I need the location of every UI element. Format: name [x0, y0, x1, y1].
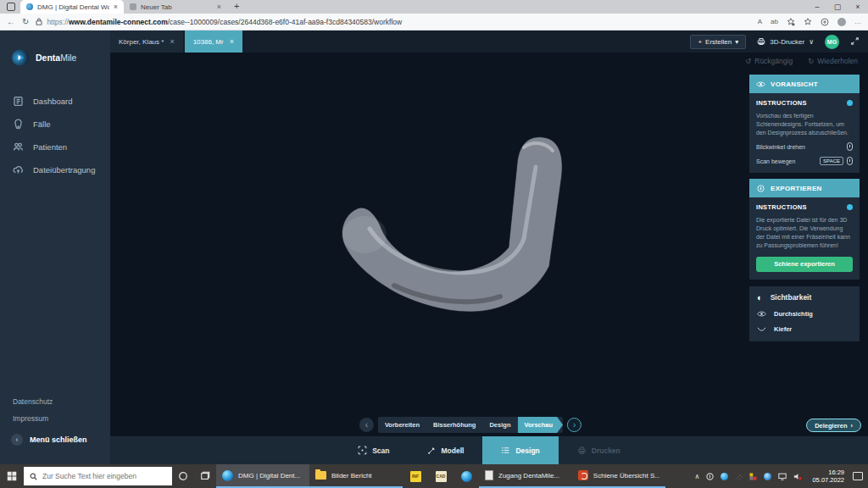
- pinned-app-cad[interactable]: CAD: [428, 464, 453, 488]
- mode-modell-button[interactable]: Modell: [409, 436, 483, 464]
- favorites-settings-icon[interactable]: [787, 18, 795, 26]
- case-tab-koerper[interactable]: Körper, Klaus * ×: [110, 30, 183, 53]
- instructions-toggle[interactable]: [847, 204, 853, 210]
- instructions-toggle[interactable]: [847, 100, 853, 106]
- step-vorbereiten[interactable]: Vorbereiten: [378, 417, 426, 433]
- immersive-reader-icon[interactable]: ab: [771, 18, 778, 25]
- windows-logo-icon: [7, 471, 17, 481]
- windows-taskbar: DMG | Digital Dent... Bilder Bericht INF…: [0, 464, 868, 488]
- printer-dropdown[interactable]: 3D-Drucker ∨: [757, 37, 814, 46]
- model-pen-icon: [427, 446, 437, 455]
- edge-icon: [222, 470, 233, 481]
- design-list-icon: [501, 446, 510, 455]
- display-tray-icon[interactable]: [778, 473, 787, 480]
- export-panel-header[interactable]: EXPORTIEREN: [749, 179, 860, 197]
- sidebar: DentaMile Dashboard Fälle Patienten Dat: [0, 30, 110, 464]
- maximize-button[interactable]: ▢: [827, 0, 848, 14]
- mode-drucken-button[interactable]: Drucken: [559, 436, 639, 464]
- taskbar-search[interactable]: [24, 467, 172, 485]
- case-tab-close-icon[interactable]: ×: [230, 37, 234, 46]
- sidebar-item-patienten[interactable]: Patienten: [0, 136, 110, 158]
- visibility-icon: ◐: [757, 293, 763, 302]
- redo-button[interactable]: ↻Wiederholen: [808, 57, 858, 65]
- visibility-item-transparent[interactable]: Durchsichtig: [757, 310, 852, 318]
- taskbar-app-bilder-bericht[interactable]: Bilder Bericht: [309, 464, 403, 488]
- step-vorschau[interactable]: Vorschau: [517, 417, 563, 433]
- browser-ball-icon: [461, 471, 472, 482]
- impressum-link[interactable]: Impressum: [0, 410, 110, 427]
- favorites-star-icon[interactable]: [804, 18, 812, 26]
- workspace-icon[interactable]: [7, 3, 15, 11]
- instructions-label: INSTRUCTIONS: [756, 99, 807, 107]
- action-center-icon[interactable]: [853, 472, 863, 480]
- step-prev-button[interactable]: ‹: [359, 418, 374, 432]
- jaw-arch-icon: [757, 325, 766, 333]
- clock-date: 05.07.2022: [812, 476, 844, 484]
- chevron-left-icon: ‹: [11, 434, 23, 446]
- fullscreen-icon[interactable]: [850, 34, 860, 49]
- export-splint-button[interactable]: Schiene exportieren: [756, 257, 853, 272]
- undo-button[interactable]: ↺Rückgängig: [745, 57, 793, 65]
- export-instructions-text: Die exportierte Datei ist für den 3D Dru…: [756, 216, 853, 249]
- datenschutz-link[interactable]: Datenschutz: [0, 393, 110, 410]
- hint-rotate-label: Blickwinkel drehen: [756, 144, 805, 150]
- preview-panel-header[interactable]: VORANSICHT: [749, 75, 860, 93]
- space-key-badge: SPACE: [820, 157, 843, 165]
- mode-scan-button[interactable]: Scan: [339, 436, 408, 464]
- close-menu-button[interactable]: ‹ Menü schließen: [0, 427, 110, 446]
- case-tabbar: Körper, Klaus * × 10386, Mr × +Erstellen…: [110, 30, 868, 53]
- browser-profile-avatar[interactable]: [837, 18, 846, 26]
- pinned-app-browser[interactable]: [453, 464, 479, 488]
- close-window-button[interactable]: ×: [848, 0, 868, 14]
- pinned-app-inf[interactable]: INF: [403, 464, 428, 488]
- network-globe-icon[interactable]: [764, 473, 771, 480]
- pen-tray-icon[interactable]: [735, 473, 743, 480]
- sidebar-item-dashboard[interactable]: Dashboard: [0, 90, 110, 113]
- create-button[interactable]: +Erstellen▾: [690, 35, 746, 49]
- tab-close-icon[interactable]: ×: [114, 3, 118, 11]
- search-input[interactable]: [42, 472, 166, 480]
- read-aloud-icon[interactable]: A: [758, 18, 762, 25]
- security-tray-icon[interactable]: [749, 473, 757, 480]
- taskbar-clock[interactable]: 16:29 05.07.2022: [809, 469, 844, 485]
- taskbar-app-dmg[interactable]: DMG | Digital Dent...: [216, 464, 309, 488]
- case-tab-label: Körper, Klaus *: [119, 38, 164, 46]
- reload-button[interactable]: ↻: [22, 17, 29, 26]
- dental-scan-model[interactable]: [314, 120, 619, 341]
- step-bisserhoehung[interactable]: Bisserhöhung: [426, 417, 482, 433]
- start-button[interactable]: [0, 464, 24, 488]
- delegate-button[interactable]: Delegieren ›: [806, 419, 861, 432]
- visibility-item-jaw[interactable]: Kiefer: [757, 325, 852, 333]
- mouse-icon: [847, 142, 853, 151]
- close-menu-label: Menü schließen: [30, 435, 87, 444]
- minimize-button[interactable]: –: [807, 0, 827, 14]
- sidebar-item-faelle[interactable]: Fälle: [0, 113, 110, 136]
- collections-icon[interactable]: [821, 18, 829, 26]
- user-avatar[interactable]: MG: [825, 35, 839, 49]
- chevron-down-icon: ∨: [809, 38, 814, 46]
- taskbar-app-zugang[interactable]: Zugang DentaMile...: [479, 464, 572, 488]
- url-field[interactable]: https://www.dentamile-connect.com/case--…: [36, 18, 750, 26]
- settings-ellipsis-icon[interactable]: …: [854, 18, 861, 25]
- step-next-button[interactable]: ›: [567, 418, 581, 432]
- tab-close-icon[interactable]: ×: [217, 3, 221, 11]
- task-view-button[interactable]: [194, 464, 216, 488]
- sidebar-item-label: Patienten: [33, 142, 67, 152]
- edge-tray-icon[interactable]: [721, 473, 728, 480]
- browser-tab-newtab[interactable]: Neuer Tab ×: [124, 0, 227, 14]
- browser-tab-active[interactable]: DMG | Digital Dental Workflow P ×: [20, 0, 124, 14]
- mode-design-button[interactable]: Design: [482, 436, 558, 464]
- case-tab-10386[interactable]: 10386, Mr ×: [185, 30, 242, 53]
- hidden-icons-chevron[interactable]: ∧: [695, 473, 700, 480]
- cortana-button[interactable]: [172, 464, 194, 488]
- sidebar-item-dateiuebertragung[interactable]: Dateiübertragung: [0, 158, 110, 181]
- taskbar-app-schiene[interactable]: Schiene Übersicht S...: [572, 464, 665, 488]
- volume-muted-icon[interactable]: [793, 473, 802, 480]
- case-tab-close-icon[interactable]: ×: [170, 37, 174, 46]
- back-button[interactable]: ←: [7, 17, 15, 26]
- step-design[interactable]: Design: [482, 417, 517, 433]
- onedrive-icon[interactable]: [706, 473, 714, 480]
- 3d-viewport[interactable]: ↺Rückgängig ↻Wiederholen VORANSICHT: [110, 53, 868, 464]
- visibility-panel: ◐ Sichtbarkeit Durchsichtig Kiefer: [749, 286, 860, 341]
- new-tab-button[interactable]: +: [227, 0, 246, 14]
